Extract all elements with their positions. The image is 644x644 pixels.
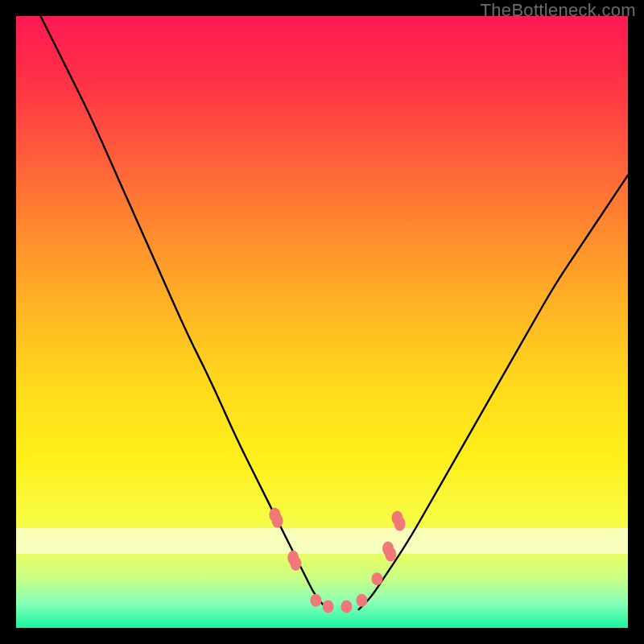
curve-lines xyxy=(40,16,628,609)
chart-frame: TheBottleneck.com xyxy=(0,0,644,644)
marker-4 xyxy=(341,600,352,613)
chart-plot-area xyxy=(16,16,628,628)
marker-7 xyxy=(385,547,396,562)
marker-3 xyxy=(323,600,334,613)
curve-markers xyxy=(269,508,405,613)
marker-2 xyxy=(310,594,321,607)
marker-1 xyxy=(290,556,301,571)
series-right-curve xyxy=(359,175,628,610)
marker-0 xyxy=(272,514,283,528)
marker-5 xyxy=(356,594,367,607)
marker-8 xyxy=(394,517,406,531)
marker-6 xyxy=(371,572,382,585)
series-left-curve xyxy=(40,16,328,609)
chart-svg xyxy=(16,16,628,628)
